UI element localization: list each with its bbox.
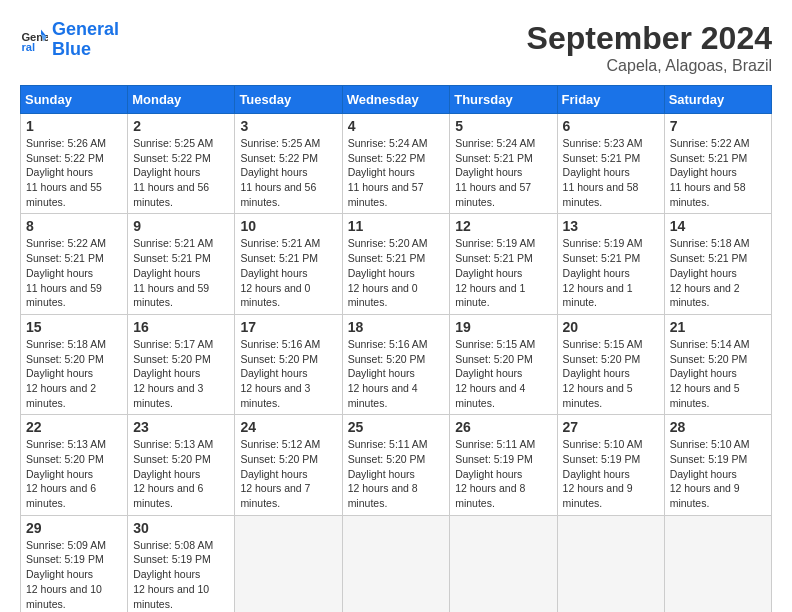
day-number: 16 bbox=[133, 319, 229, 335]
day-header-friday: Friday bbox=[557, 86, 664, 114]
day-number: 9 bbox=[133, 218, 229, 234]
day-number: 5 bbox=[455, 118, 551, 134]
day-number: 29 bbox=[26, 520, 122, 536]
day-cell-30: 30Sunrise: 5:08 AMSunset: 5:19 PMDayligh… bbox=[128, 515, 235, 612]
day-info: Sunrise: 5:13 AMSunset: 5:20 PMDaylight … bbox=[26, 437, 122, 510]
day-cell-26: 26Sunrise: 5:11 AMSunset: 5:19 PMDayligh… bbox=[450, 415, 557, 515]
day-cell-25: 25Sunrise: 5:11 AMSunset: 5:20 PMDayligh… bbox=[342, 415, 450, 515]
calendar-table: SundayMondayTuesdayWednesdayThursdayFrid… bbox=[20, 85, 772, 612]
day-cell-15: 15Sunrise: 5:18 AMSunset: 5:20 PMDayligh… bbox=[21, 314, 128, 414]
day-cell-24: 24Sunrise: 5:12 AMSunset: 5:20 PMDayligh… bbox=[235, 415, 342, 515]
empty-cell bbox=[664, 515, 771, 612]
day-cell-3: 3Sunrise: 5:25 AMSunset: 5:22 PMDaylight… bbox=[235, 114, 342, 214]
logo-text: GeneralBlue bbox=[52, 20, 119, 60]
day-number: 8 bbox=[26, 218, 122, 234]
day-info: Sunrise: 5:13 AMSunset: 5:20 PMDaylight … bbox=[133, 437, 229, 510]
day-number: 1 bbox=[26, 118, 122, 134]
day-cell-8: 8Sunrise: 5:22 AMSunset: 5:21 PMDaylight… bbox=[21, 214, 128, 314]
day-info: Sunrise: 5:09 AMSunset: 5:19 PMDaylight … bbox=[26, 538, 122, 611]
day-number: 18 bbox=[348, 319, 445, 335]
calendar-week-2: 8Sunrise: 5:22 AMSunset: 5:21 PMDaylight… bbox=[21, 214, 772, 314]
day-cell-12: 12Sunrise: 5:19 AMSunset: 5:21 PMDayligh… bbox=[450, 214, 557, 314]
day-cell-13: 13Sunrise: 5:19 AMSunset: 5:21 PMDayligh… bbox=[557, 214, 664, 314]
day-number: 2 bbox=[133, 118, 229, 134]
day-cell-28: 28Sunrise: 5:10 AMSunset: 5:19 PMDayligh… bbox=[664, 415, 771, 515]
title-block: September 2024 Capela, Alagoas, Brazil bbox=[527, 20, 772, 75]
day-info: Sunrise: 5:22 AMSunset: 5:21 PMDaylight … bbox=[26, 236, 122, 309]
day-cell-27: 27Sunrise: 5:10 AMSunset: 5:19 PMDayligh… bbox=[557, 415, 664, 515]
day-number: 23 bbox=[133, 419, 229, 435]
day-info: Sunrise: 5:16 AMSunset: 5:20 PMDaylight … bbox=[240, 337, 336, 410]
day-number: 15 bbox=[26, 319, 122, 335]
day-info: Sunrise: 5:20 AMSunset: 5:21 PMDaylight … bbox=[348, 236, 445, 309]
day-cell-2: 2Sunrise: 5:25 AMSunset: 5:22 PMDaylight… bbox=[128, 114, 235, 214]
day-info: Sunrise: 5:17 AMSunset: 5:20 PMDaylight … bbox=[133, 337, 229, 410]
day-info: Sunrise: 5:26 AMSunset: 5:22 PMDaylight … bbox=[26, 136, 122, 209]
day-header-saturday: Saturday bbox=[664, 86, 771, 114]
day-number: 13 bbox=[563, 218, 659, 234]
day-number: 28 bbox=[670, 419, 766, 435]
day-cell-11: 11Sunrise: 5:20 AMSunset: 5:21 PMDayligh… bbox=[342, 214, 450, 314]
day-header-thursday: Thursday bbox=[450, 86, 557, 114]
day-cell-23: 23Sunrise: 5:13 AMSunset: 5:20 PMDayligh… bbox=[128, 415, 235, 515]
day-cell-7: 7Sunrise: 5:22 AMSunset: 5:21 PMDaylight… bbox=[664, 114, 771, 214]
day-number: 17 bbox=[240, 319, 336, 335]
empty-cell bbox=[235, 515, 342, 612]
page-header: Gene ral GeneralBlue September 2024 Cape… bbox=[20, 20, 772, 75]
day-info: Sunrise: 5:22 AMSunset: 5:21 PMDaylight … bbox=[670, 136, 766, 209]
day-number: 22 bbox=[26, 419, 122, 435]
day-number: 7 bbox=[670, 118, 766, 134]
day-cell-19: 19Sunrise: 5:15 AMSunset: 5:20 PMDayligh… bbox=[450, 314, 557, 414]
logo-icon: Gene ral bbox=[20, 26, 48, 54]
day-info: Sunrise: 5:25 AMSunset: 5:22 PMDaylight … bbox=[133, 136, 229, 209]
day-number: 12 bbox=[455, 218, 551, 234]
day-info: Sunrise: 5:15 AMSunset: 5:20 PMDaylight … bbox=[455, 337, 551, 410]
day-cell-17: 17Sunrise: 5:16 AMSunset: 5:20 PMDayligh… bbox=[235, 314, 342, 414]
day-info: Sunrise: 5:19 AMSunset: 5:21 PMDaylight … bbox=[455, 236, 551, 309]
day-info: Sunrise: 5:24 AMSunset: 5:22 PMDaylight … bbox=[348, 136, 445, 209]
day-cell-4: 4Sunrise: 5:24 AMSunset: 5:22 PMDaylight… bbox=[342, 114, 450, 214]
day-header-sunday: Sunday bbox=[21, 86, 128, 114]
day-info: Sunrise: 5:14 AMSunset: 5:20 PMDaylight … bbox=[670, 337, 766, 410]
day-info: Sunrise: 5:25 AMSunset: 5:22 PMDaylight … bbox=[240, 136, 336, 209]
day-cell-6: 6Sunrise: 5:23 AMSunset: 5:21 PMDaylight… bbox=[557, 114, 664, 214]
day-cell-16: 16Sunrise: 5:17 AMSunset: 5:20 PMDayligh… bbox=[128, 314, 235, 414]
day-number: 6 bbox=[563, 118, 659, 134]
day-cell-20: 20Sunrise: 5:15 AMSunset: 5:20 PMDayligh… bbox=[557, 314, 664, 414]
day-info: Sunrise: 5:10 AMSunset: 5:19 PMDaylight … bbox=[563, 437, 659, 510]
day-info: Sunrise: 5:23 AMSunset: 5:21 PMDaylight … bbox=[563, 136, 659, 209]
day-info: Sunrise: 5:16 AMSunset: 5:20 PMDaylight … bbox=[348, 337, 445, 410]
day-number: 26 bbox=[455, 419, 551, 435]
day-number: 10 bbox=[240, 218, 336, 234]
day-info: Sunrise: 5:11 AMSunset: 5:20 PMDaylight … bbox=[348, 437, 445, 510]
calendar-week-4: 22Sunrise: 5:13 AMSunset: 5:20 PMDayligh… bbox=[21, 415, 772, 515]
day-info: Sunrise: 5:15 AMSunset: 5:20 PMDaylight … bbox=[563, 337, 659, 410]
calendar-header-row: SundayMondayTuesdayWednesdayThursdayFrid… bbox=[21, 86, 772, 114]
day-number: 21 bbox=[670, 319, 766, 335]
logo: Gene ral GeneralBlue bbox=[20, 20, 119, 60]
day-info: Sunrise: 5:11 AMSunset: 5:19 PMDaylight … bbox=[455, 437, 551, 510]
month-title: September 2024 bbox=[527, 20, 772, 57]
empty-cell bbox=[557, 515, 664, 612]
day-number: 24 bbox=[240, 419, 336, 435]
day-cell-1: 1Sunrise: 5:26 AMSunset: 5:22 PMDaylight… bbox=[21, 114, 128, 214]
day-info: Sunrise: 5:18 AMSunset: 5:21 PMDaylight … bbox=[670, 236, 766, 309]
calendar-week-5: 29Sunrise: 5:09 AMSunset: 5:19 PMDayligh… bbox=[21, 515, 772, 612]
location: Capela, Alagoas, Brazil bbox=[527, 57, 772, 75]
day-number: 20 bbox=[563, 319, 659, 335]
day-cell-10: 10Sunrise: 5:21 AMSunset: 5:21 PMDayligh… bbox=[235, 214, 342, 314]
day-cell-29: 29Sunrise: 5:09 AMSunset: 5:19 PMDayligh… bbox=[21, 515, 128, 612]
day-cell-22: 22Sunrise: 5:13 AMSunset: 5:20 PMDayligh… bbox=[21, 415, 128, 515]
day-header-tuesday: Tuesday bbox=[235, 86, 342, 114]
day-info: Sunrise: 5:10 AMSunset: 5:19 PMDaylight … bbox=[670, 437, 766, 510]
day-info: Sunrise: 5:21 AMSunset: 5:21 PMDaylight … bbox=[133, 236, 229, 309]
day-number: 25 bbox=[348, 419, 445, 435]
day-cell-9: 9Sunrise: 5:21 AMSunset: 5:21 PMDaylight… bbox=[128, 214, 235, 314]
calendar-week-3: 15Sunrise: 5:18 AMSunset: 5:20 PMDayligh… bbox=[21, 314, 772, 414]
day-header-wednesday: Wednesday bbox=[342, 86, 450, 114]
day-info: Sunrise: 5:19 AMSunset: 5:21 PMDaylight … bbox=[563, 236, 659, 309]
day-info: Sunrise: 5:21 AMSunset: 5:21 PMDaylight … bbox=[240, 236, 336, 309]
calendar-week-1: 1Sunrise: 5:26 AMSunset: 5:22 PMDaylight… bbox=[21, 114, 772, 214]
empty-cell bbox=[450, 515, 557, 612]
day-number: 3 bbox=[240, 118, 336, 134]
